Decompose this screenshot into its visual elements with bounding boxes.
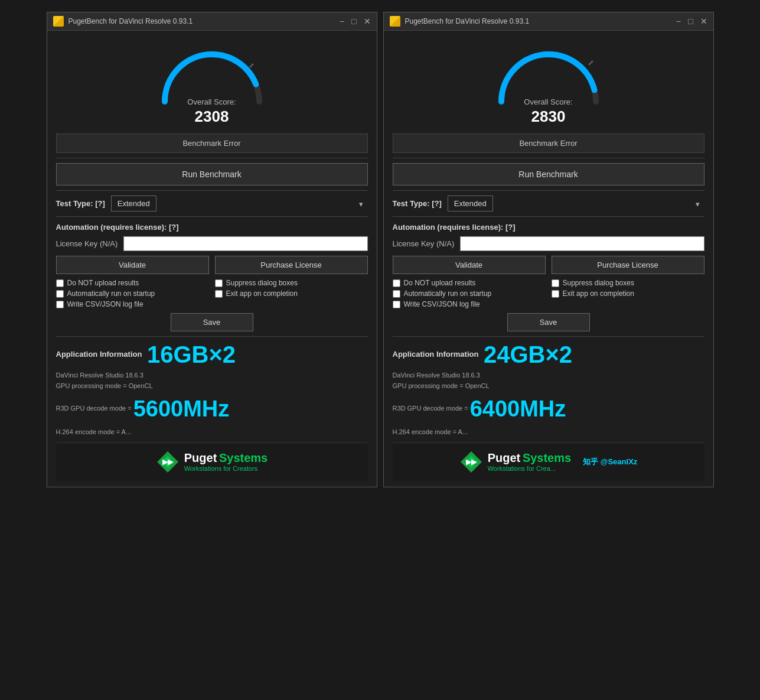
- test-type-select-right[interactable]: Extended: [448, 196, 493, 211]
- watermark-text: 知乎 @SeanIXz: [583, 457, 637, 466]
- watermark-container: 知乎 @SeanIXz: [583, 457, 637, 467]
- validate-btn-left[interactable]: Validate: [56, 256, 209, 274]
- app-info-text-right: DaVinci Resolve Studio 18.6.3 GPU proces…: [393, 370, 704, 438]
- automation-heading-right: Automation (requires license): [?]: [393, 223, 704, 232]
- right-window-body: Overall Score: 2830 Benchmark Error Run …: [384, 31, 713, 487]
- main-container: PugetBench for DaVinci Resolve 0.93.1 − …: [47, 12, 714, 487]
- checkbox-csv-left[interactable]: Write CSV/JSON log file: [56, 300, 209, 308]
- maximize-btn-right[interactable]: □: [688, 17, 693, 25]
- divider-2-right: [393, 190, 704, 191]
- right-score-value: 2830: [490, 108, 608, 126]
- app-info-title-right: Application Information 24GB×2: [393, 341, 704, 368]
- divider-4-left: [56, 336, 368, 337]
- minimize-btn-right[interactable]: −: [676, 17, 681, 25]
- save-btn-right[interactable]: Save: [507, 313, 590, 331]
- right-title-text: PugetBench for DaVinci Resolve 0.93.1: [405, 17, 671, 25]
- puget-name-right: Puget Systems: [488, 451, 571, 465]
- checkbox-exit-right[interactable]: Exit app on completion: [552, 289, 704, 298]
- left-title-text: PugetBench for DaVinci Resolve 0.93.1: [69, 17, 335, 25]
- test-type-label-left: Test Type: [?]: [56, 199, 105, 208]
- left-window: PugetBench for DaVinci Resolve 0.93.1 − …: [47, 12, 377, 487]
- app-icon-right: [390, 16, 400, 27]
- checkbox-grid-right: Do NOT upload results Suppress dialog bo…: [393, 279, 704, 308]
- puget-logo-left: ▶▶ Puget Systems Workstations for Creato…: [156, 450, 268, 474]
- license-input-right[interactable]: [460, 236, 704, 251]
- puget-tagline-left: Workstations for Creators: [184, 465, 268, 473]
- app-info-text-left: DaVinci Resolve Studio 18.6.3 GPU proces…: [56, 370, 368, 438]
- left-gauge-display: Overall Score: 2308: [153, 43, 271, 126]
- purchase-btn-right[interactable]: Purchase License: [552, 256, 704, 274]
- run-benchmark-btn-right[interactable]: Run Benchmark: [393, 163, 704, 185]
- checkbox-suppress-left[interactable]: Suppress dialog boxes: [215, 279, 368, 287]
- right-error-bar: Benchmark Error: [393, 134, 704, 153]
- puget-logo-right: ▶▶ Puget Systems Workstations for Crea..…: [459, 450, 571, 474]
- left-window-body: Overall Score: 2308 Benchmark Error Run …: [47, 31, 377, 487]
- divider-3-right: [393, 216, 704, 217]
- divider-1-left: [56, 158, 368, 158]
- checkbox-no-upload-right[interactable]: Do NOT upload results: [393, 279, 546, 287]
- right-gauge-section: Overall Score: 2830: [393, 37, 704, 129]
- license-key-label-right: License Key (N/A): [393, 239, 455, 248]
- btn-row-right: Validate Purchase License: [393, 256, 704, 274]
- app-icon-left: [53, 16, 64, 27]
- checkbox-auto-run-right[interactable]: Automatically run on startup: [393, 289, 546, 298]
- left-gauge-section: Overall Score: 2308: [56, 37, 368, 129]
- purchase-btn-left[interactable]: Purchase License: [215, 256, 368, 274]
- left-window-controls: − □ ✕: [340, 17, 371, 25]
- license-key-label-left: License Key (N/A): [56, 239, 118, 248]
- app-info-title-left: Application Information 16GB×2: [56, 341, 368, 368]
- checkbox-exit-left[interactable]: Exit app on completion: [215, 289, 368, 298]
- checkbox-suppress-right[interactable]: Suppress dialog boxes: [552, 279, 704, 287]
- app-info-left: Application Information 16GB×2 DaVinci R…: [56, 341, 368, 438]
- checkbox-grid-left: Do NOT upload results Suppress dialog bo…: [56, 279, 368, 308]
- test-type-select-wrapper-right: Extended: [448, 196, 704, 211]
- validate-btn-right[interactable]: Validate: [393, 256, 546, 274]
- annotation-1-left: 16GB×2: [147, 341, 236, 367]
- test-type-select-wrapper-left: Extended: [111, 196, 368, 211]
- automation-heading-left: Automation (requires license): [?]: [56, 223, 368, 232]
- right-title-bar: PugetBench for DaVinci Resolve 0.93.1 − …: [384, 12, 713, 31]
- maximize-btn-left[interactable]: □: [351, 17, 356, 25]
- left-score-value: 2308: [153, 108, 271, 126]
- checkbox-auto-run-left[interactable]: Automatically run on startup: [56, 289, 209, 298]
- svg-line-0: [250, 64, 253, 67]
- divider-1-right: [393, 158, 704, 158]
- checkbox-csv-right[interactable]: Write CSV/JSON log file: [393, 300, 546, 308]
- puget-tagline-right: Workstations for Crea...: [488, 465, 571, 473]
- right-gauge-display: Overall Score: 2830: [490, 43, 608, 126]
- minimize-btn-left[interactable]: −: [340, 17, 344, 25]
- license-row-right: License Key (N/A): [393, 236, 704, 251]
- left-title-bar: PugetBench for DaVinci Resolve 0.93.1 − …: [47, 12, 377, 31]
- license-row-left: License Key (N/A): [56, 236, 368, 251]
- puget-icon-svg-right: ▶▶: [461, 451, 482, 473]
- left-error-bar: Benchmark Error: [56, 134, 368, 153]
- save-row-right: Save: [393, 313, 704, 331]
- right-window: PugetBench for DaVinci Resolve 0.93.1 − …: [383, 12, 714, 487]
- svg-text:▶▶: ▶▶: [466, 458, 477, 466]
- run-benchmark-btn-left[interactable]: Run Benchmark: [56, 163, 368, 185]
- right-window-controls: − □ ✕: [676, 17, 707, 25]
- test-type-row-right: Test Type: [?] Extended: [393, 196, 704, 211]
- puget-name-left: Puget Systems: [184, 451, 268, 465]
- divider-3-left: [56, 216, 368, 217]
- annotation-2-right: 6400MHz: [470, 396, 566, 421]
- annotation-1-right: 24GB×2: [484, 341, 572, 367]
- license-input-left[interactable]: [123, 236, 367, 251]
- close-btn-left[interactable]: ✕: [364, 17, 371, 25]
- puget-bar-right: ▶▶ Puget Systems Workstations for Crea..…: [393, 442, 704, 481]
- test-type-row-left: Test Type: [?] Extended: [56, 196, 368, 211]
- puget-text-left: Puget Systems Workstations for Creators: [184, 451, 268, 473]
- checkbox-no-upload-left[interactable]: Do NOT upload results: [56, 279, 209, 287]
- divider-2-left: [56, 190, 368, 191]
- puget-bar-left: ▶▶ Puget Systems Workstations for Creato…: [56, 442, 368, 481]
- close-btn-right[interactable]: ✕: [700, 17, 707, 25]
- divider-4-right: [393, 336, 704, 337]
- test-type-select-left[interactable]: Extended: [111, 196, 156, 211]
- btn-row-left: Validate Purchase License: [56, 256, 368, 274]
- save-btn-left[interactable]: Save: [171, 313, 253, 331]
- puget-icon-svg-left: ▶▶: [157, 451, 178, 473]
- svg-line-4: [589, 61, 593, 65]
- annotation-2-left: 5600MHz: [133, 396, 230, 421]
- test-type-label-right: Test Type: [?]: [393, 199, 442, 208]
- save-row-left: Save: [56, 313, 368, 331]
